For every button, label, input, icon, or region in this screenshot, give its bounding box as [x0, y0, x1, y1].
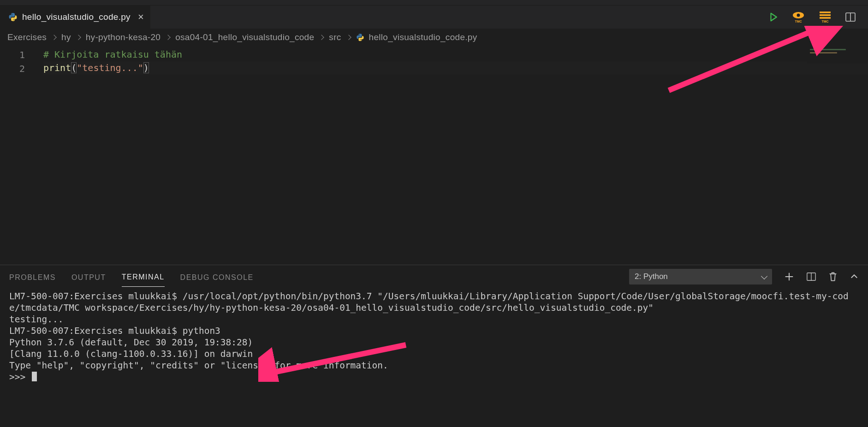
crumb[interactable]: hy-python-kesa-20 [86, 32, 161, 42]
tmc-menu-icon[interactable]: TMC [818, 11, 832, 24]
line-number: 1 [0, 48, 36, 62]
tab-filename: hello_visualstudio_code.py [22, 12, 131, 22]
tab-problems[interactable]: PROBLEMS [9, 267, 56, 287]
terminal-line: Python 3.7.6 (default, Dec 30 2019, 19:3… [9, 337, 253, 348]
terminal-prompt: >>> [9, 372, 31, 382]
terminal-line: LM7-500-007:Exercises mluukkai$ python3 [9, 326, 220, 336]
split-terminal-icon[interactable] [806, 272, 816, 282]
svg-rect-5 [820, 17, 831, 19]
python-file-icon [8, 12, 18, 22]
terminal-selector[interactable]: 2: Python [629, 269, 772, 285]
window-top-strip [0, 0, 868, 6]
crumb[interactable]: osa04-01_hello_visualstudio_code [175, 32, 314, 42]
terminal-line: LM7-500-007:Exercises mluukkai$ /usr/loc… [9, 291, 849, 313]
tabbar-spacer [151, 6, 764, 29]
chevron-right-icon [51, 35, 56, 40]
svg-rect-3 [820, 12, 831, 13]
chevron-right-icon [76, 35, 81, 40]
editor-tab[interactable]: hello_visualstudio_code.py × [0, 6, 151, 29]
chevron-right-icon [166, 35, 171, 40]
terminal-line: testing... [9, 314, 63, 325]
panel-tabs: PROBLEMS OUTPUT TERMINAL DEBUG CONSOLE 2… [0, 265, 868, 288]
terminal-selector-label: 2: Python [635, 272, 668, 281]
editor-actions: TMC TMC [764, 6, 868, 29]
breadcrumb[interactable]: Exercises hy hy-python-kesa-20 osa04-01_… [0, 29, 868, 46]
code-line: # Kirjoita ratkaisu tähän [43, 48, 868, 61]
svg-rect-4 [820, 14, 831, 16]
crumb[interactable]: Exercises [7, 32, 47, 42]
svg-text:TMC: TMC [821, 20, 828, 23]
chevron-right-icon [319, 35, 324, 40]
trash-icon[interactable] [828, 272, 838, 282]
tab-bar: hello_visualstudio_code.py × TMC TMC [0, 6, 868, 29]
bottom-panel: PROBLEMS OUTPUT TERMINAL DEBUG CONSOLE 2… [0, 265, 868, 427]
panel-actions: 2: Python [629, 269, 859, 285]
split-editor-icon[interactable] [845, 12, 856, 23]
code-line: print("testing...") [43, 61, 868, 75]
python-file-icon [356, 33, 364, 42]
terminal-line: [Clang 11.0.0 (clang-1100.0.33.16)] on d… [9, 349, 253, 359]
terminal-line: Type "help", "copyright", "credits" or "… [9, 360, 388, 371]
tab-debug-console[interactable]: DEBUG CONSOLE [180, 267, 254, 287]
chevron-right-icon [346, 35, 351, 40]
new-terminal-icon[interactable] [784, 272, 794, 282]
terminal-output[interactable]: LM7-500-007:Exercises mluukkai$ /usr/loc… [0, 288, 868, 427]
crumb[interactable]: hy [61, 32, 71, 42]
svg-text:TMC: TMC [795, 20, 802, 23]
chevron-down-icon [761, 273, 767, 279]
tab-terminal[interactable]: TERMINAL [122, 267, 165, 287]
minimap[interactable] [807, 47, 867, 64]
chevron-up-icon[interactable] [850, 272, 859, 281]
code-area[interactable]: # Kirjoita ratkaisu tähänprint("testing.… [36, 46, 868, 265]
line-number-gutter: 1 2 [0, 46, 36, 265]
run-icon[interactable] [768, 12, 779, 22]
close-tab-icon[interactable]: × [138, 12, 144, 22]
crumb-file[interactable]: hello_visualstudio_code.py [369, 32, 477, 42]
editor[interactable]: 1 2 # Kirjoita ratkaisu tähänprint("test… [0, 46, 868, 265]
terminal-cursor [32, 372, 37, 381]
tmc-eye-icon[interactable]: TMC [791, 11, 805, 24]
line-number: 2 [0, 62, 36, 76]
svg-point-1 [797, 14, 800, 17]
crumb[interactable]: src [329, 32, 341, 42]
tab-output[interactable]: OUTPUT [71, 267, 106, 287]
